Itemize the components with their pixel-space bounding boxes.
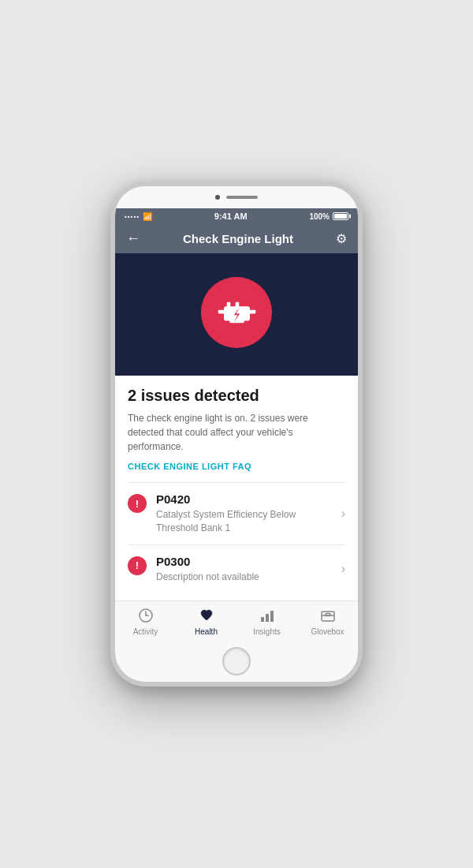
status-left: ••••• 📶 [125,212,152,221]
speaker-bar [226,196,258,199]
battery-icon [333,212,348,220]
status-time: 9:41 AM [214,211,248,221]
battery-fill [334,214,347,219]
issue-desc: Description not available [156,571,335,584]
hero-section [115,253,358,376]
issue-info: P0300 Description not available [156,555,335,584]
nav-item-activity[interactable]: Activity [115,601,176,641]
nav-item-health[interactable]: Health [176,601,236,641]
engine-warning-icon [215,291,259,335]
issues-title: 2 issues detected [128,387,345,405]
status-bar: ••••• 📶 9:41 AM 100% [115,208,358,224]
engine-warning-circle [201,277,272,348]
battery-text: 100% [309,212,330,221]
svg-rect-5 [229,319,244,323]
status-right: 100% [309,212,348,221]
phone-frame: ••••• 📶 9:41 AM 100% ← Check Engine Ligh… [110,181,363,687]
issues-description: The check engine light is on. 2 issues w… [128,411,345,454]
home-button[interactable] [222,647,251,675]
faq-link[interactable]: CHECK ENGINE LIGHT FAQ [128,462,345,471]
svg-rect-12 [270,611,274,622]
error-icon: ! [128,494,147,513]
glovebox-icon [320,608,336,626]
svg-rect-4 [235,301,239,307]
issue-item[interactable]: ! P0300 Description not available › [128,544,345,593]
svg-rect-2 [248,309,255,313]
header: ← Check Engine Light ⚙ [115,224,358,253]
activity-icon [138,608,154,626]
issue-info: P0420 Catalyst System Efficiency Below T… [156,492,335,535]
issue-item[interactable]: ! P0420 Catalyst System Efficiency Below… [128,482,345,544]
settings-button[interactable]: ⚙ [336,231,347,246]
content-section: 2 issues detected The check engine light… [115,376,358,600]
svg-rect-11 [266,614,269,622]
svg-rect-3 [226,301,230,307]
chevron-right-icon: › [341,507,345,521]
chevron-right-icon: › [341,562,345,576]
phone-bottom-bar [115,641,358,682]
nav-item-glovebox[interactable]: Glovebox [297,601,358,641]
bottom-nav: Activity Health Insigh [115,600,358,641]
screen: ••••• 📶 9:41 AM 100% ← Check Engine Ligh… [115,208,358,641]
health-label: Health [195,627,218,636]
svg-rect-15 [326,614,330,616]
header-title: Check Engine Light [183,232,293,245]
issue-desc: Catalyst System Efficiency Below Thresho… [156,508,335,535]
insights-label: Insights [253,627,280,636]
back-button[interactable]: ← [126,230,140,247]
insights-icon [259,608,275,626]
issue-code: P0420 [156,492,335,506]
issue-code: P0300 [156,555,335,568]
health-icon [199,608,214,626]
activity-label: Activity [133,627,158,636]
wifi-icon: 📶 [143,212,152,221]
error-icon: ! [128,556,147,575]
nav-item-insights[interactable]: Insights [236,601,297,641]
svg-rect-1 [218,309,225,313]
camera-dot [215,195,220,200]
phone-top-bar [115,186,358,208]
glovebox-label: Glovebox [311,627,344,636]
signal-dots: ••••• [125,213,140,220]
svg-rect-10 [261,617,264,622]
